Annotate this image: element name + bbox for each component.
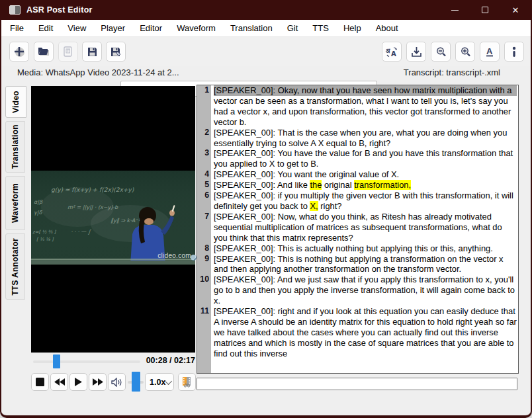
export-download-icon: [411, 46, 422, 58]
transcript-text[interactable]: [SPEAKER_00]: You want the original valu…: [211, 169, 518, 180]
svg-text:γ|δ: γ|δ: [34, 210, 42, 216]
transcript-segment: [SPEAKER_00]: This is nothing but applyi…: [214, 254, 504, 274]
translate-icon: अA: [385, 46, 398, 58]
menu-item-git[interactable]: Git: [280, 23, 306, 33]
svg-text:अ: अ: [386, 48, 390, 54]
stop-button[interactable]: [31, 373, 49, 391]
transcript-text[interactable]: [SPEAKER_00]: That is the case when you …: [211, 128, 518, 149]
transcript-text[interactable]: [SPEAKER_00]: Okay, now that you have se…: [211, 85, 518, 128]
bottom-status-input[interactable]: [197, 378, 517, 390]
seek-handle[interactable]: [53, 355, 60, 368]
new-plus-button[interactable]: [9, 42, 29, 62]
line-number: 10: [197, 274, 211, 306]
transcript-text[interactable]: [SPEAKER_00]: And we just saw that if yo…: [211, 274, 518, 306]
line-number: 1: [197, 85, 211, 128]
load-text-button[interactable]: [58, 42, 78, 62]
zoom-in-button[interactable]: [455, 42, 475, 62]
menu-item-waveform[interactable]: Waveform: [169, 23, 223, 33]
info-button[interactable]: [504, 42, 524, 62]
open-file-button[interactable]: [34, 42, 54, 62]
plus-icon: [13, 46, 25, 58]
transcript-segment: [SPEAKER_00]: And like: [214, 180, 310, 190]
video-frame: g(y) ≈ f(x+y) + f(2x)(2x+y) m² = ||y|| ·…: [31, 171, 195, 265]
watermark-text: clideo.com: [157, 252, 191, 259]
transcript-text[interactable]: [SPEAKER_00]: This is nothing but applyi…: [211, 254, 518, 275]
transcript-segment: original: [322, 180, 354, 190]
mute-button[interactable]: [108, 373, 126, 391]
play-button[interactable]: [69, 373, 87, 391]
transcript-text[interactable]: [SPEAKER_00]: And like the original tran…: [211, 180, 518, 190]
zoom-out-icon: [435, 46, 447, 58]
tab-waveform[interactable]: Waveform: [5, 176, 25, 230]
chevron-down-icon: [165, 378, 172, 384]
gutter: [197, 359, 211, 373]
speed-selector[interactable]: 1.0x: [145, 373, 174, 391]
rewind-button[interactable]: [50, 373, 68, 391]
save-as-button[interactable]: [106, 42, 126, 62]
font-style-button[interactable]: A: [480, 42, 500, 62]
save-button[interactable]: [82, 42, 102, 62]
transcript-segment: [SPEAKER_00]: if you multiply the given …: [214, 190, 513, 211]
svg-text:m² = ||y|| · (x−y)·b: m² = ||y|| · (x−y)·b: [67, 204, 118, 210]
film-scissors-icon: [181, 376, 193, 388]
transcript-gutter-filler: [197, 359, 518, 373]
tab-label: Translation: [11, 124, 20, 169]
fast-forward-button[interactable]: [89, 373, 107, 391]
selected-line[interactable]: [SPEAKER_00]: Okay, now that you have se…: [214, 85, 517, 96]
transcript-row: 3[SPEAKER_00]: You have the value for B …: [197, 148, 518, 169]
menu-item-file[interactable]: File: [3, 23, 31, 33]
maximize-button[interactable]: [470, 0, 500, 20]
info-icon: [511, 46, 517, 58]
title-bar: ASR Post Editor ✕: [1, 0, 531, 20]
transcript-segment: [SPEAKER_00]: You have the value for B a…: [214, 148, 513, 169]
svg-text:A: A: [391, 50, 396, 58]
font-style-icon: A: [484, 46, 495, 58]
line-number: 11: [197, 306, 211, 359]
video-panel[interactable]: g(y) ≈ f(x+y) + f(2x)(2x+y) m² = ||y|| ·…: [31, 86, 195, 353]
line-number: 2: [197, 128, 211, 149]
transcript-text[interactable]: [SPEAKER_00]: Now, what do you think, as…: [211, 212, 518, 243]
highlighted-word: X,: [310, 201, 318, 211]
transcript-row: 9[SPEAKER_00]: This is nothing but apply…: [197, 254, 518, 275]
menu-item-translation[interactable]: Translation: [223, 23, 280, 33]
tab-tts-annotator[interactable]: TTS Annotator: [5, 233, 25, 300]
line-number: 5: [197, 180, 211, 190]
export-button[interactable]: [406, 42, 426, 62]
text-document-icon: [64, 46, 73, 58]
menu-item-view[interactable]: View: [60, 23, 93, 33]
transcript-row: 5[SPEAKER_00]: And like the original tra…: [197, 180, 518, 190]
transcript-segment: [SPEAKER_00]: This is actually nothing b…: [214, 243, 493, 253]
menu-bar: FileEditViewPlayerEditorWaveformTranslat…: [1, 20, 531, 37]
menu-item-tts[interactable]: TTS: [305, 23, 336, 33]
highlighted-word: the: [310, 180, 322, 190]
transcript-text[interactable]: [SPEAKER_00]: This is actually nothing b…: [211, 243, 518, 254]
transcript-text[interactable]: [SPEAKER_00]: right and if you look at t…: [211, 306, 518, 359]
svg-text:α|β: α|β: [34, 199, 43, 205]
seek-row: 00:28 / 02:17: [31, 355, 195, 369]
transcript-segment: [SPEAKER_00]: You want the original valu…: [214, 169, 399, 179]
transcript-segment: [SPEAKER_00]: And we just saw that if yo…: [214, 274, 515, 306]
close-button[interactable]: ✕: [500, 0, 531, 20]
svg-text:A: A: [486, 46, 493, 56]
transcript-text[interactable]: [SPEAKER_00]: if you multiply the given …: [211, 190, 518, 212]
transcript-segment: [SPEAKER_00]: right and if you look at t…: [214, 306, 517, 358]
menu-item-about[interactable]: About: [369, 23, 406, 33]
menu-item-editor[interactable]: Editor: [132, 23, 169, 33]
transcript-text[interactable]: [SPEAKER_00]: You have the value for B a…: [211, 148, 518, 169]
tab-translation[interactable]: Translation: [5, 121, 25, 173]
minimize-button[interactable]: [439, 0, 470, 20]
transcript-panel[interactable]: 1[SPEAKER_00]: Okay, now that you have s…: [197, 85, 519, 374]
translate-button[interactable]: अA: [382, 42, 402, 62]
volume-handle[interactable]: [132, 372, 140, 392]
clip-video-button[interactable]: [178, 373, 196, 391]
tab-video[interactable]: Video: [5, 86, 26, 118]
tab-label: TTS Annotator: [11, 238, 20, 296]
zoom-out-button[interactable]: [431, 42, 451, 62]
line-number: 4: [197, 169, 211, 180]
speed-value: 1.0x: [150, 378, 165, 387]
seek-slider[interactable]: [33, 360, 140, 363]
transcript-file-label: Transcript: transcript-.xml: [404, 67, 500, 77]
menu-item-help[interactable]: Help: [336, 23, 369, 33]
menu-item-edit[interactable]: Edit: [31, 23, 60, 33]
menu-item-player[interactable]: Player: [93, 23, 132, 33]
